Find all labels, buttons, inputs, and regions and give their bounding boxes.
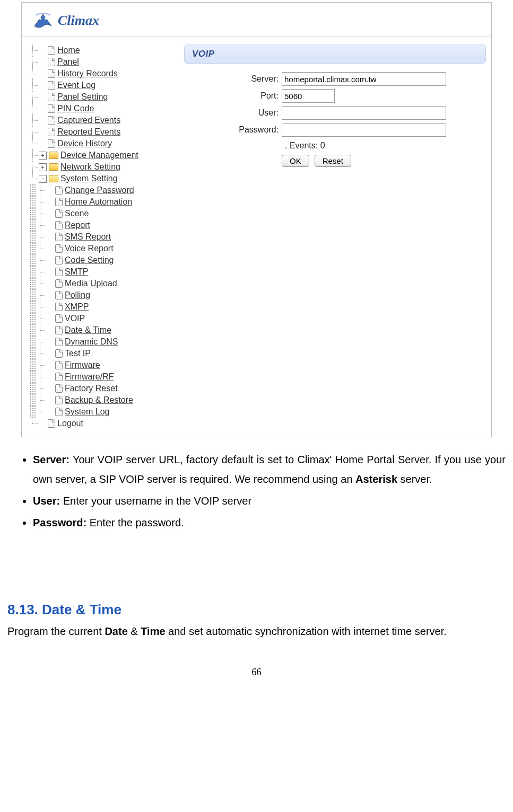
server-input[interactable] bbox=[282, 72, 446, 86]
page-icon bbox=[55, 198, 63, 206]
folder-icon bbox=[49, 163, 58, 171]
tree-item-device-management[interactable]: + Device Management bbox=[29, 149, 167, 161]
page-icon bbox=[48, 104, 55, 113]
tree-item[interactable]: Factory Reset bbox=[29, 383, 167, 394]
page-icon bbox=[55, 326, 63, 334]
page-icon bbox=[48, 46, 55, 55]
tree-item[interactable]: Captured Events bbox=[29, 114, 167, 126]
logo-text: Climax bbox=[58, 13, 99, 29]
tree-item[interactable]: Test IP bbox=[29, 348, 167, 359]
page-icon bbox=[55, 186, 63, 195]
page-icon bbox=[55, 338, 63, 346]
events-status: . Events: 0 bbox=[184, 141, 486, 151]
tree-item[interactable]: Home Automation bbox=[29, 196, 167, 208]
tree-item-network-setting[interactable]: + Network Setting bbox=[29, 161, 167, 173]
bullet-user: User: Enter your username in the VOIP se… bbox=[33, 491, 506, 511]
page-icon bbox=[48, 419, 55, 428]
document-body: Server: Your VOIP server URL, factory de… bbox=[6, 450, 507, 678]
description-list: Server: Your VOIP server URL, factory de… bbox=[7, 450, 506, 533]
tree-item-system-setting[interactable]: − System Setting bbox=[29, 173, 167, 184]
page-icon bbox=[55, 291, 63, 299]
tree-item[interactable]: Voice Report bbox=[29, 243, 167, 254]
password-input[interactable] bbox=[282, 123, 446, 137]
tree-item[interactable]: XMPP bbox=[29, 301, 167, 313]
tree-item[interactable]: Code Setting bbox=[29, 254, 167, 266]
page-icon bbox=[55, 408, 63, 416]
tree-item[interactable]: Firmware bbox=[29, 359, 167, 371]
tree-item[interactable]: Scene bbox=[29, 208, 167, 219]
tree-item[interactable]: Panel Setting bbox=[29, 91, 167, 103]
expand-icon[interactable]: + bbox=[39, 152, 47, 160]
folder-open-icon bbox=[49, 175, 58, 182]
page-icon bbox=[55, 221, 63, 230]
tree-item[interactable]: Media Upload bbox=[29, 278, 167, 289]
section-body: Program the current Date & Time and set … bbox=[7, 622, 506, 640]
page-icon bbox=[48, 116, 55, 125]
tree-item[interactable]: Backup & Restore bbox=[29, 394, 167, 406]
bullet-password: Password: Enter the password. bbox=[33, 513, 506, 533]
tree-item[interactable]: SMTP bbox=[29, 266, 167, 278]
page-icon bbox=[55, 314, 63, 323]
logo-icon bbox=[32, 10, 54, 31]
page-icon bbox=[55, 268, 63, 276]
page-icon bbox=[48, 139, 55, 148]
page-icon bbox=[55, 373, 63, 381]
label-user: User: bbox=[184, 108, 282, 118]
tree-item[interactable]: Event Log bbox=[29, 80, 167, 91]
page-icon bbox=[55, 244, 63, 253]
page-icon bbox=[48, 58, 55, 66]
nav-tree: HomePanelHistory RecordsEvent LogPanel S… bbox=[22, 45, 167, 429]
page-icon bbox=[55, 396, 63, 404]
tree-item[interactable]: SMS Report bbox=[29, 231, 167, 243]
bullet-server: Server: Your VOIP server URL, factory de… bbox=[33, 450, 506, 489]
page-number: 66 bbox=[7, 667, 506, 678]
label-password: Password: bbox=[184, 125, 282, 135]
tree-item[interactable]: PIN Code bbox=[29, 103, 167, 114]
app-screenshot: Climax HomePanelHistory RecordsEvent Log… bbox=[21, 2, 492, 437]
page-icon bbox=[55, 303, 63, 311]
page-icon bbox=[48, 93, 55, 101]
page-icon bbox=[48, 81, 55, 90]
tree-item[interactable]: Panel bbox=[29, 56, 167, 68]
page-icon bbox=[48, 128, 55, 136]
page-icon bbox=[55, 361, 63, 369]
ok-button[interactable]: OK bbox=[282, 155, 309, 167]
collapse-icon[interactable]: − bbox=[39, 175, 47, 183]
page-icon bbox=[55, 209, 63, 218]
form-panel: VOIP Server: Port: User: Password: bbox=[167, 45, 491, 167]
tree-item[interactable]: VOIP bbox=[29, 313, 167, 324]
tree-item[interactable]: Home bbox=[29, 45, 167, 56]
svg-point-0 bbox=[39, 17, 41, 20]
tree-item[interactable]: History Records bbox=[29, 68, 167, 80]
page-icon bbox=[55, 349, 63, 358]
tree-item[interactable]: Device History bbox=[29, 138, 167, 149]
tree-item[interactable]: Reported Events bbox=[29, 126, 167, 138]
page-icon bbox=[55, 384, 63, 393]
logo-row: Climax bbox=[22, 8, 491, 37]
page-icon bbox=[55, 233, 63, 241]
port-input[interactable] bbox=[282, 89, 335, 103]
label-port: Port: bbox=[184, 91, 282, 101]
page-icon bbox=[48, 69, 55, 78]
tree-item[interactable]: Firmware/RF bbox=[29, 371, 167, 383]
user-input[interactable] bbox=[282, 106, 446, 120]
folder-icon bbox=[49, 152, 58, 159]
tree-item[interactable]: System Log bbox=[29, 406, 167, 418]
tree-item[interactable]: Report bbox=[29, 219, 167, 231]
svg-point-1 bbox=[45, 17, 47, 20]
label-server: Server: bbox=[184, 74, 282, 84]
expand-icon[interactable]: + bbox=[39, 163, 47, 171]
document-page: Climax HomePanelHistory RecordsEvent Log… bbox=[0, 2, 513, 699]
reset-button[interactable]: Reset bbox=[315, 155, 351, 167]
page-icon bbox=[55, 279, 63, 288]
page-icon bbox=[55, 256, 63, 264]
tree-item[interactable]: Polling bbox=[29, 289, 167, 301]
tree-item[interactable]: Change Password bbox=[29, 184, 167, 196]
tree-item[interactable]: Date & Time bbox=[29, 324, 167, 336]
section-heading: 8.13. Date & Time bbox=[7, 602, 506, 618]
tree-item[interactable]: Dynamic DNS bbox=[29, 336, 167, 348]
tree-item-logout[interactable]: Logout bbox=[29, 418, 167, 429]
panel-title: VOIP bbox=[184, 45, 486, 64]
